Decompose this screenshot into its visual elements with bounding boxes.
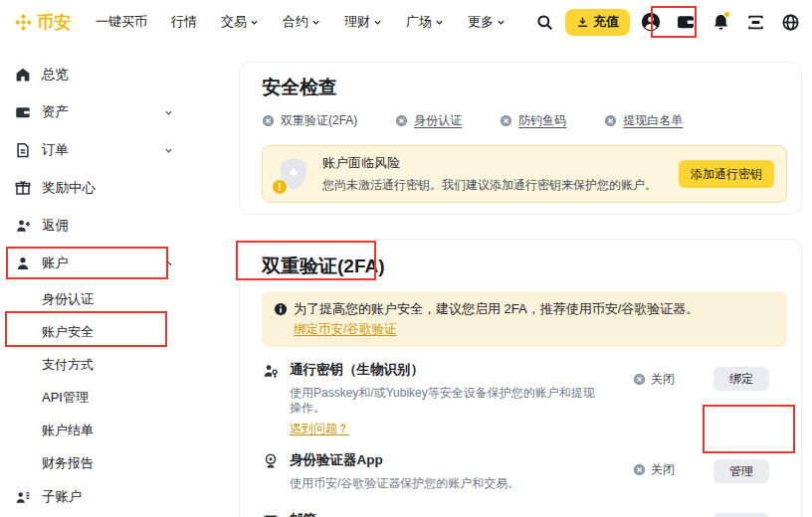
sidebar-item-orders[interactable]: 订单 <box>14 131 173 169</box>
bell-icon[interactable] <box>707 8 734 36</box>
authenticator-description: 使用币安/谷歌验证器保护您的账户和交易。 <box>290 476 606 491</box>
nav-label: 理财 <box>344 13 370 31</box>
chevron-down-icon <box>311 18 320 27</box>
topbar-right-actions: 充值 <box>530 8 804 36</box>
sidebar: 总览 资产 订单 奖 <box>0 44 231 515</box>
check-label: 双重验证(2FA) <box>281 112 357 129</box>
authenticator-manage-button[interactable]: 管理 <box>713 459 769 483</box>
orders-icon <box>14 141 32 159</box>
nav-item-square[interactable]: 广场 <box>396 7 454 37</box>
two-factor-notice: 为了提高您的账户安全，建议您启用 2FA，推荐使用币安/谷歌验证器。 绑定币安/… <box>262 291 787 347</box>
nav-item-more[interactable]: 更多 <box>458 7 515 37</box>
deposit-label: 充值 <box>593 13 619 31</box>
sidebar-label: 奖励中心 <box>42 179 96 197</box>
circle-x-icon <box>395 114 408 127</box>
binance-diamond-icon <box>14 13 33 32</box>
check-label: 提现白名单 <box>623 112 683 129</box>
circle-x-icon <box>604 114 617 127</box>
notification-badge <box>723 11 730 18</box>
sidebar-item-overview[interactable]: 总览 <box>14 56 173 93</box>
sidebar-item-rewards-hub[interactable]: 奖励中心 <box>14 169 173 207</box>
check-label: 防钓鱼码 <box>518 112 566 129</box>
nav-item-trade[interactable]: 交易 <box>211 7 269 37</box>
nav-item-markets[interactable]: 行情 <box>161 7 207 37</box>
sidebar-subitem-payment-methods[interactable]: 支付方式 <box>14 348 173 381</box>
sidebar-label: 总览 <box>42 66 69 84</box>
sidebar-subitem-financial-reports[interactable]: 财务报告 <box>14 446 173 479</box>
nav-item-futures[interactable]: 合约 <box>273 7 330 37</box>
check-item-anti-phishing-code[interactable]: 防钓鱼码 <box>500 112 566 129</box>
circle-x-icon <box>633 373 646 386</box>
nav-label: 广场 <box>406 13 432 31</box>
check-item-2fa[interactable]: 双重验证(2FA) <box>262 112 357 129</box>
sidebar-subitem-account-statement[interactable]: 账户结单 <box>14 414 173 446</box>
home-icon <box>14 66 32 84</box>
binance-account-security-page: 币安 一键买币 行情 交易 合约 理财 广场 <box>0 0 812 517</box>
download-icon <box>576 16 589 29</box>
sidebar-subitem-account-security[interactable]: 账户安全 <box>14 315 173 348</box>
having-problems-link[interactable]: 遇到问题？ <box>290 421 349 437</box>
check-item-identity-verification[interactable]: 身份认证 <box>395 112 462 129</box>
sidebar-item-referral[interactable]: 返佣 <box>14 207 173 245</box>
profile-icon[interactable] <box>637 8 665 36</box>
authenticator-status: 关闭 <box>606 461 702 478</box>
twofa-row-authenticator: 身份验证器App 使用币安/谷歌验证器保护您的账户和交易。 关闭 管理 <box>262 451 787 495</box>
sidebar-label: 返佣 <box>42 217 69 235</box>
two-factor-card: 双重验证(2FA) 为了提高您的账户安全，建议您启用 2FA，推荐使用币安/谷歌… <box>239 239 802 517</box>
chevron-up-icon <box>164 259 173 268</box>
sidebar-label: 子账户 <box>42 488 83 506</box>
passkey-bind-button[interactable]: 绑定 <box>713 367 769 391</box>
passkey-icon <box>262 362 280 380</box>
nav-item-buy-crypto[interactable]: 一键买币 <box>86 7 157 37</box>
app-download-icon[interactable] <box>741 8 769 36</box>
sidebar-label: 账户 <box>42 255 69 272</box>
sidebar-item-assets[interactable]: 资产 <box>14 93 173 131</box>
authenticator-icon <box>262 452 280 470</box>
nav-label: 合约 <box>283 13 308 31</box>
risk-banner-description: 您尚未激活通行密钥。我们建议添加通行密钥来保护您的账户。 <box>322 177 679 194</box>
brand-name: 币安 <box>37 11 72 34</box>
nav-label: 一键买币 <box>96 13 147 31</box>
chevron-down-icon <box>435 18 444 27</box>
sidebar-sublabel: 财务报告 <box>42 454 94 472</box>
sidebar-item-subaccounts[interactable]: 子账户 <box>14 479 173 515</box>
passkey-description: 使用Passkey和/或Yubikey等安全设备保护您的账户和提现操作。 <box>290 386 606 416</box>
security-check-card: 安全检查 双重验证(2FA) 身份认证 防钓鱼码 <box>239 62 802 215</box>
nav-label: 行情 <box>171 13 197 31</box>
status-label: 关闭 <box>651 461 675 478</box>
sidebar-sublabel: API管理 <box>42 389 89 407</box>
status-label: 关闭 <box>651 371 675 388</box>
nav-item-earn[interactable]: 理财 <box>334 7 392 37</box>
security-check-list: 双重验证(2FA) 身份认证 防钓鱼码 提现白名单 <box>262 112 787 129</box>
binance-logo[interactable]: 币安 <box>14 11 72 34</box>
deposit-button[interactable]: 充值 <box>565 9 630 36</box>
circle-x-icon <box>500 114 512 127</box>
wallet-icon[interactable] <box>672 8 700 36</box>
circle-x-icon <box>633 463 646 476</box>
search-icon[interactable] <box>530 8 558 36</box>
chevron-down-icon <box>164 146 173 155</box>
risk-banner-texts: 账户面临风险 您尚未激活通行密钥。我们建议添加通行密钥来保护您的账户。 <box>322 154 679 194</box>
subaccount-icon <box>14 488 32 506</box>
sidebar-label: 资产 <box>42 103 69 121</box>
sidebar-item-account[interactable]: 账户 <box>14 245 173 282</box>
email-icon <box>262 512 280 517</box>
check-item-withdrawal-whitelist[interactable]: 提现白名单 <box>604 112 683 129</box>
nav-label: 交易 <box>221 13 247 31</box>
sidebar-subitem-api-management[interactable]: API管理 <box>14 381 173 414</box>
sidebar-sublabel: 账户结单 <box>42 422 94 439</box>
email-manage-button[interactable]: 管理 <box>713 513 769 517</box>
passkey-title: 通行密钥（生物识别） <box>290 361 606 379</box>
add-passkey-button[interactable]: 添加通行密钥 <box>679 160 774 188</box>
authenticator-title: 身份验证器App <box>290 451 606 469</box>
globe-icon[interactable] <box>776 8 804 36</box>
main-menu: 一键买币 行情 交易 合约 理财 广场 更多 <box>86 7 515 37</box>
bind-authenticator-link[interactable]: 绑定币安/谷歌验证 <box>294 320 396 338</box>
rewards-icon <box>14 179 32 197</box>
shield-icon: ! <box>277 154 314 194</box>
twofa-row-passkey: 通行密钥（生物识别） 使用Passkey和/或Yubikey等安全设备保护您的账… <box>262 361 787 437</box>
sidebar-subitem-identity-verification[interactable]: 身份认证 <box>14 282 173 315</box>
sidebar-sublabel: 身份认证 <box>42 290 94 308</box>
chevron-down-icon <box>164 108 173 117</box>
sidebar-sublabel: 支付方式 <box>42 356 94 374</box>
